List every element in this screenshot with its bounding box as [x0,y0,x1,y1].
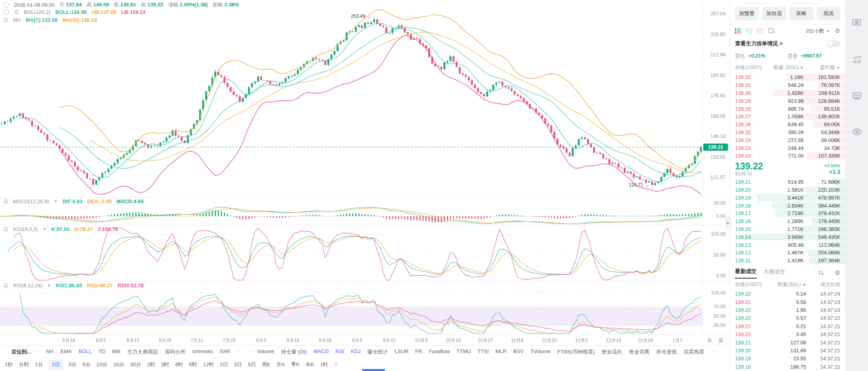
ask-row[interactable]: 139.31546.2476.097K [730,81,845,89]
timeframe-6时[interactable]: 6时 [189,361,197,368]
trade-row[interactable]: 139.210.2114:37:21 [730,322,845,330]
timeframe-12时[interactable]: 12时 [203,361,214,368]
bid-row[interactable]: 139.151.771K246.365K [730,225,845,233]
book-settings-gear-icon[interactable]: ⚙ [835,28,840,34]
bid-row[interactable]: 139.21514.9571.686K [730,178,845,186]
timeframe-5日[interactable]: 5日 [248,361,256,368]
bid-row[interactable]: 139.201.581K220.103K [730,186,845,194]
timeframe-1分[interactable]: 1分 [35,361,43,368]
view-main-orders-link[interactable]: 查看主力挂单情况 > [735,40,783,47]
main-orders-toggle[interactable] [827,40,840,47]
trade-row[interactable]: 139.210.5814:37:23 [730,298,845,306]
ask-row[interactable]: 139.271.004K139.802K [730,113,845,121]
bid-row[interactable]: 139.172.719K378.432K [730,210,845,217]
timeframe-2日[interactable]: 2日 [220,361,228,368]
indicator-EMA[interactable]: EMA [61,348,72,356]
decimals-select[interactable]: 2位小数 ▼ [806,27,830,35]
bid-row[interactable]: 139.182.834K394.449K [730,202,845,210]
indicator-BOLL[interactable]: BOLL [79,348,92,356]
ask-row[interactable]: 139.321.16K161.593K [730,73,845,81]
trades-settings-gear-icon[interactable]: ⚙ [835,270,840,276]
timeframe-10分[interactable]: 10分 [96,361,107,368]
timeframe-30分[interactable]: 30分 [130,361,141,368]
indicator-SAR[interactable]: SAR [220,348,231,356]
bid-row[interactable]: 139.121.467K204.068K [730,249,845,257]
indicator-持仓差值[interactable]: 持仓差值 [656,348,677,356]
collapse-chevron-icon[interactable]: ⌄ [3,2,9,8]
axis-toggle-liquidation[interactable]: 爆 [718,337,723,344]
panel-collapse-handle[interactable]: ▶ [726,217,731,229]
timeframe-2时[interactable]: 2时 [147,361,155,368]
market-trend-icon[interactable] [851,54,862,65]
indicator-筹码分布[interactable]: 筹码分布 [165,348,185,356]
indicator-资金背离[interactable]: 资金背离 [629,348,649,356]
trade-row[interactable]: 139.1923.5514:37:21 [730,355,845,363]
indicator-TTSI[interactable]: TTSI [477,348,489,356]
indicator-FR[interactable]: FR [415,348,422,356]
book-both-sides-icon[interactable] [735,28,741,34]
indicator-RSI[interactable]: RSI [335,348,344,356]
timeframe-5分[interactable]: 5分 [83,361,90,368]
more-sub-arrow[interactable]: 〉 [711,348,716,356]
ask-row[interactable]: 139.25390.2654.344K [730,129,845,136]
bid-row[interactable]: 139.111.419K197.364K [730,257,845,265]
indicator-Volume[interactable]: Volume [257,348,274,356]
indicator-主力大单跟踪[interactable]: 主力大单跟踪 [127,348,158,356]
more-overlay-arrow[interactable]: 〉 [237,348,242,356]
bid-row[interactable]: 139.161.289K179.445K [730,217,845,225]
close-timeframe-icon[interactable]: ✕ [334,361,339,367]
tab-large-trades[interactable]: 大额成交 [764,268,785,278]
timeframe-分时[interactable]: 分时 [19,361,29,368]
time-axis[interactable]: 5月246月56月176月297月117月238月48月168月289月99月2… [0,334,729,345]
trade-row[interactable]: 139.18188.7514:37:21 [730,363,845,371]
indicator-Ichimoku[interactable]: Ichimoku [192,348,213,356]
indicator-Fundflow[interactable]: Fundflow [429,348,450,356]
ask-row[interactable]: 139.24272.9538.006K [730,136,845,144]
locate-button[interactable]: 定位到... [12,348,31,356]
timeframe-3时[interactable]: 3时 [161,361,169,368]
swap-transfer-icon[interactable] [851,126,862,137]
quick-button-策略[interactable]: 策略 [789,7,813,20]
quick-button-加自选[interactable]: 加自选 [762,7,786,20]
trade-row[interactable]: 139.21127.0814:37:21 [730,338,845,346]
indicator-FTBS(币种维度)[interactable]: FTBS(币种维度) [557,348,595,356]
ask-row[interactable]: 139.28685.7495.51K [730,105,845,113]
timeframe-15分[interactable]: 15分 [114,361,124,368]
indicator-BSV[interactable]: BSV [513,348,523,356]
timeframe-1日[interactable]: 1日 [49,360,62,369]
add-layout-icon[interactable] [768,28,775,34]
bid-row[interactable]: 139.193.441K478.997K [730,194,845,202]
timeframe-1秒[interactable]: 1秒 [5,361,13,368]
indicator-KDJ[interactable]: KDJ [351,348,361,356]
indicator-TTMU[interactable]: TTMU [456,348,471,356]
book-bids-only-icon[interactable] [746,28,753,34]
axis-toggle-chips[interactable]: 筹 [707,337,712,344]
bid-row[interactable]: 139.13805.46112.064K [730,241,845,249]
panel-chart-icon[interactable] [851,90,862,101]
trade-row[interactable]: 139.221.9514:37:23 [730,306,845,314]
ask-row[interactable]: 139.26639.4589.05K [730,121,845,129]
indicator-资金流向[interactable]: 资金流向 [601,348,622,356]
indicator-爆仓统计[interactable]: 爆仓统计 [368,348,388,356]
trade-row[interactable]: 139.220.5714:37:22 [730,314,845,322]
timeframe-3分[interactable]: 3分 [69,361,77,368]
indicator-MA[interactable]: MA [46,348,54,356]
timeframe-1时[interactable]: 1时 [320,361,328,368]
indicator-TVolume[interactable]: TVolume [530,348,550,356]
timeframe-年K[interactable]: 年K [306,361,314,368]
ask-row[interactable]: 139.23249.4434.73K [730,144,845,152]
book-asks-only-icon[interactable] [757,28,764,34]
quick-button-简况[interactable]: 简况 [817,7,841,20]
indicator-买卖热度[interactable]: 买卖热度 [683,348,704,356]
indicator-TD[interactable]: TD [98,348,105,356]
collapse-chevron-icon[interactable]: ⌄ [3,9,9,15]
asset-dollar-icon[interactable]: $ [851,17,862,28]
ask-row[interactable]: 139.301.428K198.911K [730,89,845,97]
bid-row[interactable]: 139.143.949K549.435K [730,233,845,241]
last-price-block[interactable]: 139.22 $139.22 +0.94% +1.3 [730,160,845,178]
horizontal-scrollbar-thumb[interactable] [362,369,385,371]
timeframe-3日[interactable]: 3日 [234,361,242,368]
indicator-MLR[interactable]: MLR [496,348,506,356]
timeframe-周K[interactable]: 周K [262,361,271,368]
price-chart[interactable]: 257.04233.95212.94193.82176.41160.56146.… [0,0,729,334]
